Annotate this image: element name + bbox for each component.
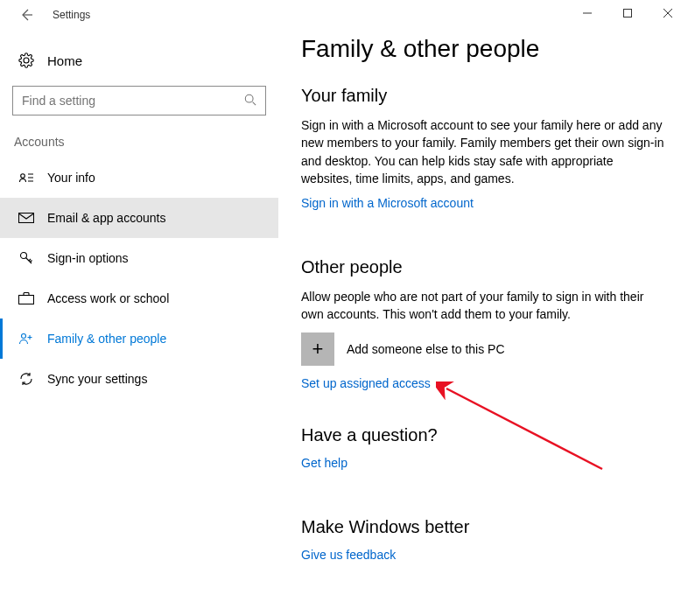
home-nav-item[interactable]: Home bbox=[0, 44, 278, 77]
add-someone-button[interactable]: + Add someone else to this PC bbox=[301, 332, 667, 366]
svg-rect-5 bbox=[19, 296, 34, 304]
close-button[interactable] bbox=[648, 0, 688, 26]
nav-label: Sign-in options bbox=[47, 251, 129, 265]
nav-label: Family & other people bbox=[47, 332, 166, 346]
svg-point-6 bbox=[22, 334, 26, 339]
sidebar-item-signin-options[interactable]: Sign-in options bbox=[0, 238, 278, 278]
person-card-icon bbox=[18, 172, 35, 184]
minimize-icon bbox=[583, 9, 592, 18]
assigned-access-link[interactable]: Set up assigned access bbox=[301, 376, 431, 390]
maximize-icon bbox=[623, 9, 632, 18]
search-icon bbox=[244, 94, 256, 108]
section-heading: Other people bbox=[301, 257, 667, 277]
main-content: Family & other people Your family Sign i… bbox=[278, 30, 688, 616]
add-someone-label: Add someone else to this PC bbox=[347, 342, 505, 356]
sidebar-item-access-work-school[interactable]: Access work or school bbox=[0, 278, 278, 318]
svg-point-4 bbox=[21, 253, 27, 259]
plus-icon: + bbox=[301, 332, 334, 366]
svg-point-1 bbox=[245, 94, 253, 102]
sidebar-group-label: Accounts bbox=[0, 135, 278, 158]
people-add-icon bbox=[18, 332, 35, 346]
key-icon bbox=[18, 250, 35, 266]
get-help-link[interactable]: Get help bbox=[301, 456, 348, 470]
search-box[interactable] bbox=[12, 86, 266, 116]
sidebar-item-family-other-people[interactable]: Family & other people bbox=[0, 318, 278, 359]
back-arrow-icon bbox=[19, 8, 33, 22]
section-question: Have a question? Get help bbox=[301, 425, 667, 494]
sidebar-item-email-accounts[interactable]: Email & app accounts bbox=[0, 198, 278, 238]
maximize-button[interactable] bbox=[607, 0, 648, 26]
titlebar: Settings bbox=[0, 0, 688, 30]
section-your-family: Your family Sign in with a Microsoft acc… bbox=[301, 86, 667, 234]
gear-icon bbox=[18, 52, 35, 68]
family-description: Sign in with a Microsoft account to see … bbox=[301, 116, 667, 187]
window-controls bbox=[567, 0, 688, 26]
svg-rect-0 bbox=[624, 10, 632, 18]
nav-label: Your info bbox=[47, 171, 95, 185]
signin-microsoft-link[interactable]: Sign in with a Microsoft account bbox=[301, 196, 474, 210]
minimize-button[interactable] bbox=[567, 0, 607, 26]
nav-label: Sync your settings bbox=[47, 372, 147, 386]
sidebar: Home Accounts Your info Email & app acco… bbox=[0, 30, 278, 616]
window-title: Settings bbox=[53, 9, 90, 21]
page-title: Family & other people bbox=[301, 35, 667, 63]
nav-label: Email & app accounts bbox=[47, 211, 165, 225]
search-input[interactable] bbox=[22, 94, 244, 108]
sync-icon bbox=[18, 372, 35, 386]
section-heading: Have a question? bbox=[301, 425, 667, 445]
section-improve: Make Windows better Give us feedback bbox=[301, 517, 667, 586]
close-icon bbox=[663, 9, 672, 18]
section-other-people: Other people Allow people who are not pa… bbox=[301, 257, 667, 390]
mail-icon bbox=[18, 213, 35, 223]
back-button[interactable] bbox=[18, 6, 35, 24]
briefcase-icon bbox=[18, 292, 35, 304]
svg-point-2 bbox=[21, 174, 25, 178]
feedback-link[interactable]: Give us feedback bbox=[301, 548, 396, 562]
home-label: Home bbox=[47, 53, 82, 68]
sidebar-item-sync-settings[interactable]: Sync your settings bbox=[0, 359, 278, 399]
section-heading: Make Windows better bbox=[301, 517, 667, 537]
sidebar-item-your-info[interactable]: Your info bbox=[0, 158, 278, 198]
section-heading: Your family bbox=[301, 86, 667, 106]
other-description: Allow people who are not part of your fa… bbox=[301, 288, 667, 324]
nav-label: Access work or school bbox=[47, 291, 169, 305]
